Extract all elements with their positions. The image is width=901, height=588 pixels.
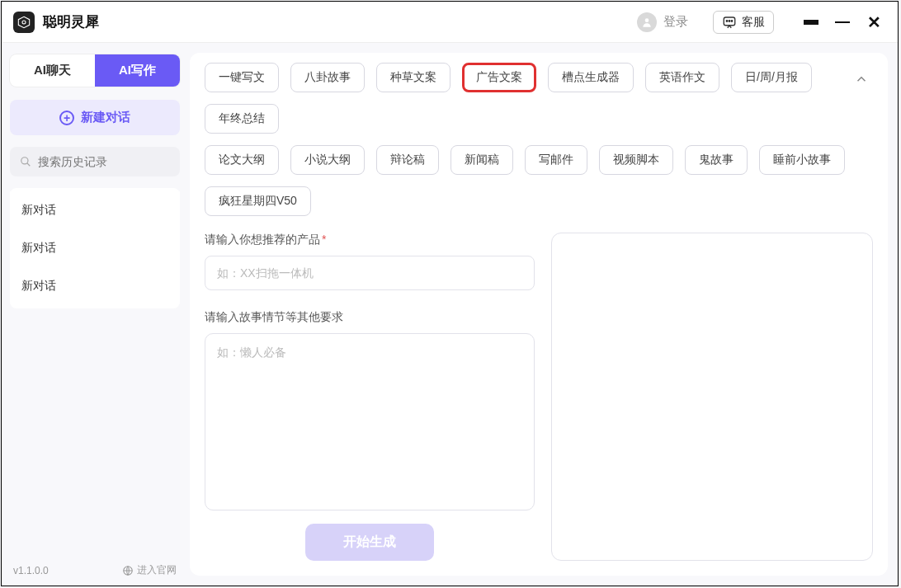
other-label: 请输入故事情节等其他要求 (205, 310, 535, 325)
svg-point-5 (729, 20, 730, 21)
titlebar: 聪明灵犀 登录 客服 ✕ (2, 2, 898, 43)
plus-icon: + (59, 111, 74, 125)
product-label: 请输入你想推荐的产品* (205, 233, 535, 247)
official-label: 进入官网 (137, 563, 177, 577)
new-chat-label: 新建对话 (81, 110, 130, 125)
template-chip[interactable]: 一键写文 (205, 63, 279, 92)
product-input[interactable] (205, 256, 535, 290)
template-chip[interactable]: 小说大纲 (290, 145, 365, 175)
template-chip[interactable]: 种草文案 (376, 63, 450, 92)
history-item[interactable]: 新对话 (10, 267, 180, 305)
template-chip[interactable]: 新闻稿 (450, 145, 513, 175)
template-chip[interactable]: 年终总结 (205, 104, 279, 134)
version-label: v1.1.0.0 (13, 565, 49, 576)
generate-button[interactable]: 开始生成 (305, 524, 434, 561)
template-chip[interactable]: 八卦故事 (290, 63, 365, 92)
output-panel (551, 233, 873, 561)
template-chip[interactable]: 英语作文 (645, 63, 719, 92)
app-logo (13, 12, 35, 33)
template-chip[interactable]: 论文大纲 (205, 145, 279, 175)
login-label: 登录 (663, 14, 688, 30)
template-chip[interactable]: 疯狂星期四V50 (205, 186, 311, 216)
tab-ai-chat[interactable]: AI聊天 (10, 54, 95, 87)
svg-point-6 (731, 20, 733, 21)
avatar-icon (637, 12, 657, 32)
login-button[interactable]: 登录 (637, 12, 688, 32)
cs-label: 客服 (742, 15, 765, 30)
search-box[interactable] (10, 147, 180, 176)
template-chip[interactable]: 写邮件 (525, 145, 587, 175)
template-chips: 一键写文八卦故事种草文案广告文案槽点生成器英语作文日/周/月报年终总结 论文大纲… (205, 63, 873, 228)
template-chip[interactable]: 广告文案 (462, 63, 536, 92)
app-title: 聪明灵犀 (43, 12, 99, 31)
svg-point-2 (645, 18, 649, 22)
main-panel: 一键写文八卦故事种草文案广告文案槽点生成器英语作文日/周/月报年终总结 论文大纲… (190, 53, 888, 576)
chevron-up-icon[interactable] (850, 68, 873, 91)
template-chip[interactable]: 日/周/月报 (731, 63, 812, 92)
history-item[interactable]: 新对话 (10, 229, 180, 267)
menu-icon[interactable] (802, 13, 820, 31)
close-icon[interactable]: ✕ (865, 13, 883, 31)
new-chat-button[interactable]: + 新建对话 (10, 100, 180, 135)
chip-row: 论文大纲小说大纲辩论稿新闻稿写邮件视频脚本鬼故事睡前小故事疯狂星期四V50 (205, 145, 873, 216)
chip-row: 一键写文八卦故事种草文案广告文案槽点生成器英语作文日/周/月报年终总结 (205, 63, 873, 134)
minimize-icon[interactable] (833, 13, 851, 31)
mode-tabs: AI聊天 AI写作 (10, 54, 180, 87)
svg-marker-0 (18, 16, 29, 27)
svg-point-1 (22, 21, 26, 24)
app-window: 聪明灵犀 登录 客服 ✕ AI聊天 AI写作 (1, 1, 899, 586)
body: AI聊天 AI写作 + 新建对话 新对话 新对话 新对话 v1.1.0.0 进入 (2, 43, 898, 586)
template-chip[interactable]: 槽点生成器 (548, 63, 634, 92)
template-chip[interactable]: 辩论稿 (376, 145, 439, 175)
template-chip[interactable]: 睡前小故事 (759, 145, 845, 175)
sidebar: AI聊天 AI写作 + 新建对话 新对话 新对话 新对话 v1.1.0.0 进入 (2, 43, 188, 586)
svg-point-4 (726, 20, 728, 21)
svg-line-8 (27, 163, 31, 167)
form-area: 请输入你想推荐的产品* 请输入故事情节等其他要求 开始生成 (205, 233, 873, 561)
template-chip[interactable]: 鬼故事 (685, 145, 748, 175)
form-left: 请输入你想推荐的产品* 请输入故事情节等其他要求 开始生成 (205, 233, 535, 561)
template-chip[interactable]: 视频脚本 (599, 145, 673, 175)
search-icon (20, 155, 31, 168)
history-list: 新对话 新对话 新对话 (10, 188, 180, 308)
history-item[interactable]: 新对话 (10, 191, 180, 229)
customer-service-button[interactable]: 客服 (713, 11, 774, 34)
tab-ai-write[interactable]: AI写作 (95, 54, 180, 87)
search-input[interactable] (38, 155, 170, 168)
other-textarea[interactable] (205, 333, 535, 510)
sidebar-footer: v1.1.0.0 进入官网 (10, 558, 180, 579)
svg-point-7 (21, 158, 28, 164)
official-site-link[interactable]: 进入官网 (122, 563, 177, 577)
